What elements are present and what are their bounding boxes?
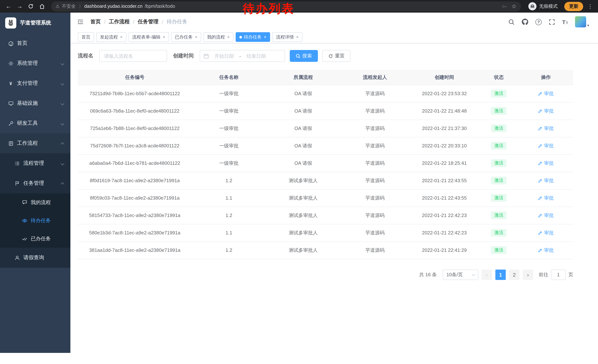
close-icon[interactable]: × — [296, 35, 299, 39]
approve-button[interactable]: 审批 — [538, 177, 554, 184]
close-icon[interactable]: × — [120, 35, 123, 39]
browser-menu-icon[interactable]: ⋮ — [588, 3, 593, 9]
font-size-icon[interactable]: TT — [562, 19, 568, 25]
search-icon — [296, 54, 300, 58]
breadcrumb-item-home[interactable]: 首页 — [91, 18, 101, 25]
edit-icon — [538, 178, 543, 183]
edit-icon — [538, 231, 543, 235]
fullscreen-icon[interactable] — [549, 19, 555, 25]
sidebar-item-label: 研发工具 — [17, 120, 38, 127]
column-header-task-name: 任务名称 — [192, 70, 266, 85]
github-icon[interactable] — [522, 18, 529, 25]
process-manage-icon — [14, 160, 20, 166]
cell-initiator: 芋道源码 — [340, 189, 410, 207]
approve-button[interactable]: 审批 — [538, 229, 554, 236]
approve-button[interactable]: 审批 — [538, 194, 554, 201]
sidebar-item-payment[interactable]: ¥ 支付管理 — [0, 73, 70, 93]
sidebar-item-process-manage[interactable]: 流程管理 — [0, 153, 70, 173]
search-button[interactable]: 搜索 — [290, 50, 318, 62]
sidebar-item-label: 基础设施 — [17, 100, 38, 107]
app-logo[interactable]: 芋道管理系统 — [0, 13, 70, 33]
browser-back-icon[interactable]: ← — [4, 1, 13, 11]
tab-todo-tasks[interactable]: 待办任务 × — [236, 32, 270, 42]
breadcrumb-item-task-manage[interactable]: 任务管理 — [138, 18, 158, 25]
password-key-icon[interactable] — [501, 4, 507, 9]
sidebar-item-home[interactable]: 首页 — [0, 33, 70, 53]
edit-icon — [538, 248, 543, 252]
page-button-1[interactable]: 1 — [495, 269, 506, 280]
status-badge: 激活 — [491, 194, 507, 202]
sidebar-item-devtools[interactable]: 研发工具 — [0, 113, 70, 133]
tab-process-detail[interactable]: 流程详情 × — [272, 32, 302, 42]
approve-button[interactable]: 审批 — [538, 212, 554, 219]
cell-created: 2022-01-21 22:42:23 — [410, 207, 479, 224]
sidebar-collapse-icon[interactable] — [76, 18, 84, 26]
cell-initiator: 芋道源码 — [340, 102, 410, 120]
sidebar-item-system[interactable]: 系统管理 — [0, 53, 70, 73]
app-shell: 芋道管理系统 首页 系统管理 ¥ — [0, 13, 598, 364]
reset-button[interactable]: 重置 — [322, 50, 350, 62]
browser-update-button[interactable]: 更新 — [564, 2, 583, 11]
sidebar-item-leave-query[interactable]: 请假查询 — [0, 248, 70, 268]
sidebar-item-todo-tasks[interactable]: 待办任务 — [0, 211, 70, 230]
breadcrumb-item-workflow[interactable]: 工作流程 — [109, 18, 130, 25]
page-size-select[interactable]: 10条/页 — [443, 269, 478, 280]
sidebar-item-label: 首页 — [17, 40, 27, 47]
end-date-input[interactable] — [242, 53, 270, 59]
approve-button[interactable]: 审批 — [538, 125, 554, 132]
approve-button[interactable]: 审批 — [538, 247, 554, 253]
top-navbar: 首页 / 工作流程 / 任务管理 / 待办任务 ? — [70, 13, 598, 31]
start-date-input[interactable] — [210, 53, 238, 59]
chevron-down-icon — [61, 121, 64, 125]
approve-button[interactable]: 审批 — [538, 142, 554, 149]
browser-forward-icon[interactable]: → — [15, 1, 25, 11]
sidebar-item-task-manage[interactable]: 任务管理 — [0, 173, 70, 193]
approve-button[interactable]: 审批 — [538, 160, 554, 166]
bookmark-star-icon[interactable]: ☆ — [512, 3, 516, 10]
cell-task-id: 75d72608-7b7f-11ec-a3c8-acde48001122 — [78, 137, 192, 154]
user-menu[interactable]: ▾ — [575, 16, 589, 27]
cell-action: 审批 — [519, 85, 573, 102]
browser-home-icon[interactable] — [37, 1, 47, 11]
tab-start-process[interactable]: 发起流程 × — [96, 32, 126, 42]
next-page-button[interactable]: › — [523, 269, 533, 280]
process-name-input[interactable] — [99, 50, 167, 62]
sidebar-item-done-tasks[interactable]: 已办任务 — [0, 230, 70, 248]
approve-label: 审批 — [544, 212, 554, 219]
close-icon[interactable]: × — [227, 35, 230, 39]
chevron-up-icon — [61, 142, 64, 146]
status-badge: 激活 — [491, 142, 507, 150]
cell-task-id: 069c6a63-7b8a-11ec-8ef0-acde48001122 — [78, 102, 192, 120]
sidebar-item-my-process[interactable]: 我的流程 — [0, 193, 70, 211]
browser-reload-icon[interactable] — [26, 1, 36, 11]
date-range-picker[interactable]: - — [200, 50, 285, 62]
goto-page-input[interactable] — [551, 269, 566, 280]
pagination-total: 共 16 条 — [419, 271, 437, 278]
avatar[interactable] — [575, 16, 586, 27]
tab-done-tasks[interactable]: 已办任务 × — [171, 32, 201, 42]
page-button-2[interactable]: 2 — [509, 269, 519, 280]
sidebar-item-workflow[interactable]: 工作流程 — [0, 133, 70, 153]
cell-initiator: 芋道源码 — [340, 137, 410, 154]
cell-process: 测试多审批人 — [266, 189, 340, 207]
approve-button[interactable]: 审批 — [538, 90, 554, 97]
tab-my-process[interactable]: 我的流程 × — [203, 32, 233, 42]
breadcrumb-separator: / — [133, 19, 134, 25]
search-icon[interactable] — [508, 19, 515, 25]
screen: ← → ⚠ 不安全 | dashboard.yudao.iocoder.cn /… — [0, 0, 598, 364]
status-badge: 激活 — [491, 229, 507, 237]
edit-icon — [538, 161, 543, 165]
tab-home[interactable]: 首页 — [78, 32, 94, 42]
close-icon[interactable]: × — [163, 35, 165, 39]
close-icon[interactable]: × — [264, 35, 266, 39]
cell-action: 审批 — [519, 102, 573, 120]
help-icon[interactable]: ? — [536, 19, 542, 25]
close-icon[interactable]: × — [195, 35, 198, 39]
prev-page-button[interactable]: ‹ — [482, 269, 492, 280]
approve-button[interactable]: 审批 — [538, 108, 554, 114]
address-bar[interactable]: ⚠ 不安全 | dashboard.yudao.iocoder.cn /bpm/… — [51, 1, 521, 11]
tab-form-edit[interactable]: 流程表单-编辑 × — [129, 32, 169, 42]
cell-created: 2022-01-21 22:43:55 — [410, 189, 479, 207]
sidebar-item-infrastructure[interactable]: 基础设施 — [0, 93, 70, 113]
table-row: 8f0d1619-7ac8-11ec-a9e2-a2380e71991a 1.2… — [78, 172, 573, 189]
